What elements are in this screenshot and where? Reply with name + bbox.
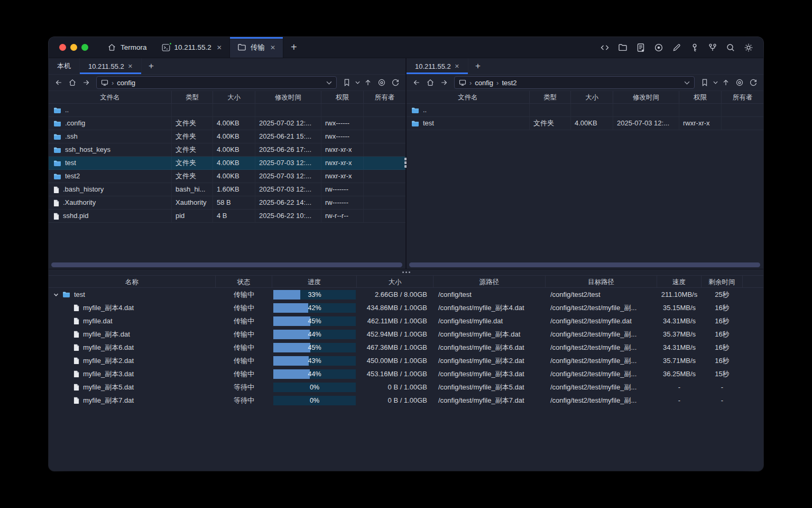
column-header[interactable]: 源路径 (433, 275, 546, 288)
branch-icon[interactable] (705, 40, 720, 55)
up-directory-icon[interactable] (719, 76, 733, 89)
column-header[interactable]: 所有者 (722, 91, 763, 104)
table-row[interactable]: test2 文件夹4.00KB2025-07-03 12:...rwxr-xr-… (49, 170, 405, 183)
forward-icon[interactable] (79, 76, 93, 89)
bookmark-icon[interactable] (698, 76, 712, 89)
column-header[interactable]: 剩余时间 (702, 275, 743, 288)
column-header[interactable]: 进度 (272, 275, 357, 288)
table-row-selected[interactable]: test 文件夹4.00KB2025-07-03 12:...rwxr-xr-x (49, 157, 405, 170)
tab-transfer-close-icon[interactable]: ✕ (270, 44, 275, 51)
tab-close-icon[interactable]: ✕ (128, 63, 133, 70)
progress-bar: 0% (273, 396, 356, 405)
chevron-down-icon[interactable] (326, 81, 332, 85)
transfer-row[interactable]: myfile_副本.dat 传输中 44% 452.94MB / 1.00GB … (49, 328, 763, 341)
home-icon[interactable] (66, 76, 79, 89)
maximize-window-button[interactable] (81, 44, 88, 51)
expand-chevron-icon[interactable] (53, 292, 59, 297)
new-tab-button[interactable]: + (283, 37, 304, 58)
table-row[interactable]: test 文件夹4.00KB2025-07-03 12:...rwxr-xr-x (407, 117, 763, 130)
tab-local[interactable]: 本机 (49, 58, 80, 74)
show-hidden-icon[interactable] (733, 76, 746, 89)
forward-icon[interactable] (437, 76, 451, 89)
back-icon[interactable] (52, 76, 66, 89)
column-header[interactable]: 修改时间 (613, 91, 679, 104)
column-header[interactable]: 权限 (679, 91, 722, 104)
horizontal-splitter[interactable] (49, 269, 763, 275)
breadcrumb-separator: › (469, 79, 472, 87)
table-row[interactable]: .bash_history bash_hi...1.60KB2025-07-03… (49, 183, 405, 196)
column-header[interactable]: 大小 (357, 275, 433, 288)
folder-icon[interactable] (615, 40, 630, 55)
column-header[interactable]: 所有者 (364, 91, 405, 104)
transfer-row[interactable]: myfile_副本6.dat 传输中 45% 467.36MB / 1.00GB… (49, 341, 763, 354)
transfer-row[interactable]: myfile_副本3.dat 传输中 44% 453.16MB / 1.00GB… (49, 367, 763, 380)
right-path-breadcrumb[interactable]: › config › test2 (454, 76, 695, 89)
table-row[interactable]: .. (49, 104, 405, 117)
show-hidden-icon[interactable] (375, 76, 389, 89)
back-icon[interactable] (410, 76, 423, 89)
transfer-row[interactable]: myfile_副本7.dat 等待中 0% 0 B / 1.00GB /conf… (49, 394, 763, 407)
bookmark-dropdown-icon[interactable] (712, 76, 719, 89)
horizontal-scrollbar[interactable] (51, 262, 402, 267)
search-icon[interactable] (723, 40, 738, 55)
column-header[interactable]: 文件名 (407, 91, 530, 104)
transfer-row[interactable]: myfile_副本2.dat 传输中 43% 450.00MB / 1.00GB… (49, 354, 763, 367)
chevron-down-icon[interactable] (684, 81, 690, 85)
transfer-name: myfile_副本6.dat (83, 341, 134, 354)
tab-remote[interactable]: 10.211.55.2 ✕ (407, 58, 468, 74)
tab-transfer-label: 传输 (251, 43, 265, 52)
file-icon (53, 186, 59, 193)
column-header[interactable]: 大小 (571, 91, 613, 104)
breadcrumb-segment[interactable]: test2 (502, 79, 516, 87)
transfer-row[interactable]: myfile_副本4.dat 传输中 42% 434.86MB / 1.00GB… (49, 301, 763, 314)
folder-icon (53, 147, 61, 153)
column-header[interactable]: 权限 (321, 91, 364, 104)
transfer-row[interactable]: myfile_副本5.dat 等待中 0% 0 B / 1.00GB /conf… (49, 380, 763, 394)
transfer-row[interactable]: test 传输中 33% 2.66GB / 8.00GB /config/tes… (49, 288, 763, 301)
table-row[interactable]: .. (407, 104, 763, 117)
tab-ssh-close-icon[interactable]: ✕ (217, 44, 222, 51)
column-header[interactable]: 文件名 (49, 91, 172, 104)
minimize-window-button[interactable] (70, 44, 77, 51)
table-row[interactable]: ssh_host_keys 文件夹4.00KB2025-06-26 17:...… (49, 143, 405, 157)
tab-close-icon[interactable]: ✕ (455, 63, 459, 70)
column-header[interactable]: 速度 (657, 275, 702, 288)
refresh-icon[interactable] (389, 76, 402, 89)
breadcrumb-segment[interactable]: config (117, 79, 135, 87)
breadcrumb-segment[interactable]: config (475, 79, 493, 87)
home-icon[interactable] (423, 76, 437, 89)
table-row[interactable]: .Xauthority Xauthority58 B2025-06-22 14:… (49, 196, 405, 210)
transfer-row[interactable]: myfile.dat 传输中 45% 462.11MB / 1.00GB /co… (49, 314, 763, 328)
new-panel-tab-button[interactable]: + (468, 58, 487, 74)
column-header[interactable]: 大小 (213, 91, 255, 104)
horizontal-scrollbar[interactable] (409, 262, 760, 267)
column-header[interactable]: 类型 (172, 91, 213, 104)
tab-ssh-session[interactable]: 10.211.55.2 ✕ (154, 37, 229, 58)
column-header[interactable]: 状态 (216, 275, 272, 288)
file-icon (73, 384, 79, 391)
new-panel-tab-button[interactable]: + (142, 58, 161, 74)
tab-transfer[interactable]: 传输 ✕ (229, 37, 283, 58)
left-path-breadcrumb[interactable]: › config (96, 76, 337, 89)
code-icon[interactable] (597, 40, 612, 55)
column-header[interactable]: 修改时间 (255, 91, 321, 104)
refresh-icon[interactable] (746, 76, 760, 89)
log-icon[interactable] (633, 40, 648, 55)
table-row[interactable]: sshd.pid pid4 B2025-06-22 10:...rw-r--r-… (49, 210, 405, 223)
tab-remote[interactable]: 10.211.55.2 ✕ (80, 58, 142, 74)
table-row[interactable]: .config 文件夹4.00KB2025-07-02 12:...rwx---… (49, 117, 405, 130)
settings-icon[interactable] (741, 40, 756, 55)
edit-icon[interactable] (669, 40, 684, 55)
table-row[interactable]: .ssh 文件夹4.00KB2025-06-21 15:...rwx------ (49, 130, 405, 143)
bookmark-dropdown-icon[interactable] (354, 76, 361, 89)
column-header[interactable]: 类型 (530, 91, 571, 104)
close-window-button[interactable] (59, 44, 66, 51)
column-header[interactable]: 目标路径 (546, 275, 657, 288)
record-icon[interactable] (651, 40, 666, 55)
bookmark-icon[interactable] (340, 76, 354, 89)
folder-icon (411, 107, 419, 114)
tab-home[interactable]: Termora (100, 37, 154, 58)
up-directory-icon[interactable] (361, 76, 375, 89)
column-header[interactable]: 名称 (49, 275, 216, 288)
key-icon[interactable] (687, 40, 702, 55)
